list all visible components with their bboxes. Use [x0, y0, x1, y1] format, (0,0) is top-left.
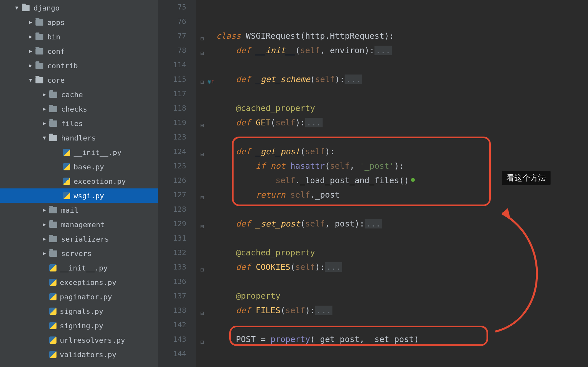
fold-expand-icon[interactable]: ⊞: [200, 219, 206, 228]
tree-item[interactable]: ▼handlers: [0, 131, 158, 145]
tree-item[interactable]: ▶files: [0, 116, 158, 131]
tree-item[interactable]: ▶checks: [0, 102, 158, 116]
chevron-right-icon[interactable]: ▶: [28, 19, 34, 25]
tree-item[interactable]: ▶cache: [0, 87, 158, 102]
tree-item[interactable]: ▶mail: [0, 203, 158, 217]
line-number[interactable]: 118: [158, 101, 196, 116]
code-line[interactable]: ⊞◉↑ def _get_scheme(self):...: [196, 72, 588, 87]
fold-collapse-icon[interactable]: ⊟: [200, 32, 206, 41]
chevron-right-icon[interactable]: ▶: [41, 207, 47, 213]
tree-item[interactable]: ▶bin: [0, 30, 158, 44]
tree-item[interactable]: ▶__init__.py: [0, 261, 158, 275]
line-number[interactable]: 131: [158, 231, 196, 246]
fold-expand-icon[interactable]: ⊞: [200, 75, 206, 84]
tree-item[interactable]: ▶exceptions.py: [0, 275, 158, 290]
fold-expand-icon[interactable]: ⊞: [200, 46, 206, 55]
line-number[interactable]: 77: [158, 29, 196, 43]
folder-open-icon: [35, 77, 43, 83]
fold-expand-icon[interactable]: ⊞: [200, 118, 206, 127]
chevron-right-icon[interactable]: ▶: [41, 250, 47, 256]
fold-end-icon[interactable]: ⊟: [200, 190, 206, 200]
chevron-right-icon[interactable]: ▶: [28, 33, 34, 40]
code-line[interactable]: ⊞ def __init__(self, environ):...: [196, 43, 588, 58]
tree-item[interactable]: ▶signals.py: [0, 304, 158, 318]
chevron-down-icon[interactable]: ▼: [41, 135, 47, 141]
line-number[interactable]: 123: [158, 130, 196, 144]
tree-item[interactable]: ▶urlresolvers.py: [0, 333, 158, 347]
code-line[interactable]: @property: [196, 289, 588, 303]
line-number[interactable]: 115: [158, 72, 196, 87]
line-number[interactable]: 129: [158, 217, 196, 231]
line-number[interactable]: 133: [158, 260, 196, 274]
code-line[interactable]: ⊞ def _set_post(self, post):...: [196, 217, 588, 231]
line-number[interactable]: 78: [158, 43, 196, 58]
chevron-right-icon[interactable]: ▶: [28, 62, 34, 69]
fold-collapse-icon[interactable]: ⊟: [200, 147, 206, 156]
folded-code-indicator[interactable]: ...: [365, 219, 382, 228]
tree-item[interactable]: ▶contrib: [0, 58, 158, 73]
code-line[interactable]: ⊟ POST = property(_get_post, _set_post): [196, 332, 588, 347]
folded-code-indicator[interactable]: ...: [345, 75, 362, 84]
tree-item[interactable]: ▶__init__.py: [0, 145, 158, 160]
line-number[interactable]: 138: [158, 303, 196, 318]
tree-item[interactable]: ▶paginator.py: [0, 290, 158, 304]
tree-arrow-spacer: ▶: [41, 308, 47, 314]
tree-item-label: validators.py: [60, 351, 116, 359]
line-number[interactable]: 119: [158, 116, 196, 130]
tree-arrow-spacer: ▶: [41, 265, 47, 271]
tree-item[interactable]: ▶servers: [0, 246, 158, 261]
line-number[interactable]: 117: [158, 87, 196, 101]
code-line[interactable]: ⊟ return self._post: [196, 188, 588, 202]
line-number[interactable]: 128: [158, 202, 196, 217]
chevron-right-icon[interactable]: ▶: [41, 91, 47, 97]
tree-item[interactable]: ▶conf: [0, 44, 158, 58]
chevron-right-icon[interactable]: ▶: [41, 120, 47, 126]
tree-item[interactable]: ▶management: [0, 217, 158, 232]
tree-item[interactable]: ▼django: [0, 1, 158, 15]
folded-code-indicator[interactable]: ...: [305, 118, 323, 127]
tree-item[interactable]: ▶apps: [0, 15, 158, 30]
folded-code-indicator[interactable]: ...: [325, 262, 342, 272]
tree-item[interactable]: ▶validators.py: [0, 347, 158, 362]
tree-item[interactable]: ▶base.py: [0, 160, 158, 174]
line-number[interactable]: 137: [158, 289, 196, 303]
line-number[interactable]: 143: [158, 332, 196, 347]
line-number[interactable]: 76: [158, 14, 196, 29]
code-line[interactable]: ⊞ def COOKIES(self):...: [196, 260, 588, 274]
code-editor[interactable]: ⊟class WSGIRequest(http.HttpRequest): ⊞ …: [196, 0, 588, 367]
line-number[interactable]: 132: [158, 246, 196, 260]
chevron-right-icon[interactable]: ▶: [41, 236, 47, 242]
line-number[interactable]: 127: [158, 188, 196, 202]
line-number[interactable]: 125: [158, 159, 196, 173]
tree-item[interactable]: ▶wsgi.py: [0, 188, 158, 203]
fold-end-icon[interactable]: ⊟: [200, 335, 206, 344]
line-number[interactable]: 124: [158, 144, 196, 159]
code-line[interactable]: ⊞ def FILES(self):...: [196, 303, 588, 318]
tree-item[interactable]: ▶signing.py: [0, 318, 158, 333]
line-number[interactable]: 75: [158, 0, 196, 14]
folded-code-indicator[interactable]: ...: [315, 306, 332, 315]
code-line[interactable]: ⊟class WSGIRequest(http.HttpRequest):: [196, 29, 588, 43]
tree-item[interactable]: ▼core: [0, 73, 158, 87]
line-number[interactable]: 142: [158, 318, 196, 332]
line-number[interactable]: 114: [158, 58, 196, 72]
chevron-right-icon[interactable]: ▶: [41, 106, 47, 112]
code-line[interactable]: ⊟ def _get_post(self):: [196, 144, 588, 159]
code-line[interactable]: @cached_property: [196, 246, 588, 260]
line-number[interactable]: 144: [158, 347, 196, 361]
chevron-down-icon[interactable]: ▼: [14, 5, 20, 11]
line-number[interactable]: 126: [158, 173, 196, 188]
fold-expand-icon[interactable]: ⊞: [200, 263, 206, 272]
tree-item[interactable]: ▶exception.py: [0, 174, 158, 188]
chevron-down-icon[interactable]: ▼: [28, 77, 34, 83]
folded-code-indicator[interactable]: ...: [374, 46, 392, 55]
tree-item[interactable]: ▶serializers: [0, 232, 158, 246]
fold-expand-icon[interactable]: ⊞: [200, 306, 206, 315]
code-line[interactable]: @cached_property: [196, 101, 588, 116]
code-line[interactable]: ⊞ def GET(self):...: [196, 116, 588, 130]
project-tree[interactable]: ▼django▶apps▶bin▶conf▶contrib▼core▶cache…: [0, 0, 158, 367]
line-number[interactable]: 136: [158, 274, 196, 289]
tree-item-label: exceptions.py: [60, 278, 116, 287]
chevron-right-icon[interactable]: ▶: [28, 48, 34, 54]
chevron-right-icon[interactable]: ▶: [41, 221, 47, 227]
